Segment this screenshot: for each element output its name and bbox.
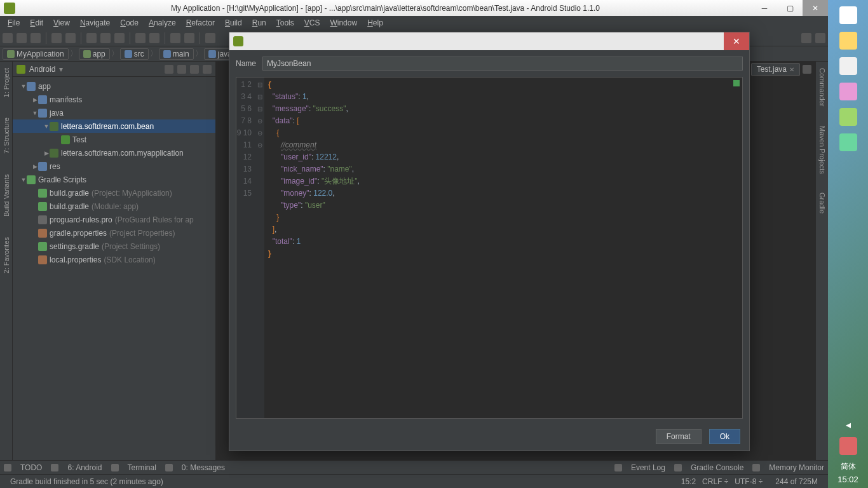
memory-monitor-icon [752, 464, 760, 471]
taskbar-start[interactable] [833, 3, 864, 28]
menu-run[interactable]: Run [247, 18, 271, 27]
target-icon[interactable] [165, 65, 173, 74]
right-tab-maven-projects[interactable]: Maven Projects [818, 122, 827, 178]
taskbar-explorer[interactable] [833, 28, 864, 53]
menu-code[interactable]: Code [115, 18, 144, 27]
breadcrumb-main[interactable]: main [159, 48, 194, 60]
find-icon[interactable] [135, 33, 146, 43]
tree-node[interactable]: ▼Gradle Scripts [13, 173, 215, 186]
breadcrumb-myapplication[interactable]: MyApplication [3, 48, 69, 60]
project-selector[interactable]: Android [29, 65, 55, 74]
tree-node[interactable]: ▼lettera.softdream.com.bean [13, 119, 215, 133]
forward-icon[interactable] [184, 33, 194, 43]
eventlog-icon [614, 464, 622, 471]
menu-help[interactable]: Help [362, 18, 388, 27]
terminal-tab[interactable]: Terminal [128, 463, 156, 472]
back-icon[interactable] [170, 33, 180, 43]
left-tab-1--project[interactable]: 1: Project [2, 64, 11, 101]
clock[interactable]: 15:02 [837, 475, 858, 488]
build-icon[interactable] [205, 33, 215, 43]
menu-refactor[interactable]: Refactor [181, 18, 220, 27]
cut-icon[interactable] [86, 33, 97, 43]
tree-node[interactable]: settings.gradle(Project Settings) [13, 240, 215, 253]
taskbar-app4[interactable] [833, 79, 864, 104]
tree-node[interactable]: build.gradle(Project: MyApplication) [13, 186, 215, 200]
status-message: Gradle build finished in 5 sec (2 minute… [10, 477, 163, 486]
menu-window[interactable]: Window [325, 18, 362, 27]
right-tab-gradle[interactable]: Gradle [818, 189, 827, 217]
left-tab-build-variants[interactable]: Build Variants [2, 170, 11, 220]
tab-test-java[interactable]: Test.java ✕ [751, 63, 800, 76]
left-tab-2--favorites[interactable]: 2: Favorites [2, 233, 11, 277]
breadcrumb-app[interactable]: app [79, 48, 110, 60]
right-tab-commander[interactable]: Commander [818, 64, 827, 111]
memory-indicator[interactable]: 244 of 725M [775, 477, 818, 486]
ok-button[interactable]: Ok [709, 429, 740, 444]
format-button[interactable]: Format [656, 429, 702, 444]
eventlog-tab[interactable]: Event Log [631, 463, 665, 472]
hide-icon[interactable] [203, 65, 212, 74]
dialog-close-button[interactable]: ✕ [724, 32, 749, 50]
tree-node[interactable]: gradle.properties(Project Properties) [13, 226, 215, 240]
tab-close-icon[interactable]: ✕ [789, 66, 794, 73]
taskbar-app6[interactable] [833, 130, 864, 155]
replace-icon[interactable] [149, 33, 159, 43]
sync-icon[interactable] [31, 33, 41, 43]
gradle-console-tab[interactable]: Gradle Console [691, 463, 743, 472]
search-icon[interactable] [801, 33, 811, 43]
name-input[interactable] [262, 57, 743, 71]
tree-node[interactable]: Test [13, 133, 215, 146]
tree-node[interactable]: ▶lettera.softdream.com.myapplication [13, 146, 215, 159]
undo-icon[interactable] [51, 33, 62, 43]
maximize-button[interactable]: ▢ [777, 0, 803, 16]
line-ending[interactable]: CRLF ÷ [702, 477, 728, 486]
open-icon[interactable] [3, 33, 13, 43]
tree-node[interactable]: ▼app [13, 79, 215, 93]
project-tree[interactable]: ▼app▶manifests▼java▼lettera.softdream.co… [13, 77, 215, 460]
close-button[interactable]: ✕ [803, 0, 828, 16]
language-indicator[interactable]: 简体 [841, 461, 856, 472]
tree-node[interactable]: ▶res [13, 159, 215, 173]
window-title: My Application - [H:\git\MyApplication] … [19, 4, 752, 13]
tree-node[interactable]: local.properties(SDK Location) [13, 253, 215, 266]
breadcrumb-src[interactable]: src [120, 48, 149, 60]
project-panel-header[interactable]: Android ▾ [13, 62, 215, 77]
taskbar-chrome[interactable] [833, 53, 864, 79]
copy-icon[interactable] [100, 33, 111, 43]
menu-view[interactable]: View [48, 18, 75, 27]
redo-icon[interactable] [65, 33, 76, 43]
json-editor[interactable]: 1 2 3 4 5 6 7 8 9 10 11 12 13 14 15 ⊟ ⊟ … [236, 77, 743, 419]
tabs-menu-icon[interactable] [803, 65, 811, 74]
menu-bar: FileEditViewNavigateCodeAnalyzeRefactorB… [0, 16, 828, 30]
memory-monitor-tab[interactable]: Memory Monitor [769, 463, 824, 472]
left-tab-7--structure[interactable]: 7: Structure [2, 114, 11, 158]
tree-node[interactable]: proguard-rules.pro(ProGuard Rules for ap [13, 213, 215, 226]
menu-vcs[interactable]: VCS [299, 18, 325, 27]
menu-navigate[interactable]: Navigate [75, 18, 115, 27]
tree-node[interactable]: build.gradle(Module: app) [13, 200, 215, 213]
menu-analyze[interactable]: Analyze [144, 18, 181, 27]
tree-node[interactable]: ▶manifests [13, 93, 215, 106]
encoding[interactable]: UTF-8 ÷ [735, 477, 763, 486]
tray-arrow-icon[interactable]: ◂ [828, 419, 868, 431]
settings-icon[interactable] [815, 33, 825, 43]
paste-icon[interactable] [114, 33, 125, 43]
menu-tools[interactable]: Tools [271, 18, 299, 27]
messages-tab[interactable]: 0: Messages [182, 463, 225, 472]
taskbar-android-studio[interactable] [833, 104, 864, 130]
menu-edit[interactable]: Edit [25, 18, 48, 27]
dialog-titlebar[interactable]: ✕ [229, 32, 749, 50]
tray-app[interactable] [833, 433, 864, 459]
minimize-button[interactable]: ─ [752, 0, 777, 16]
todo-tab[interactable]: TODO [20, 463, 42, 472]
collapse-icon[interactable] [177, 65, 186, 74]
menu-build[interactable]: Build [220, 18, 247, 27]
menu-file[interactable]: File [3, 18, 25, 27]
gear-icon[interactable] [190, 65, 199, 74]
window-titlebar: My Application - [H:\git\MyApplication] … [0, 0, 828, 16]
save-icon[interactable] [17, 33, 27, 43]
tree-node[interactable]: ▼java [13, 106, 215, 119]
caret-position[interactable]: 15:2 [681, 477, 696, 486]
bottom-tool-bar: TODO 6: Android Terminal 0: Messages Eve… [0, 460, 828, 474]
android-tab[interactable]: 6: Android [67, 463, 102, 472]
